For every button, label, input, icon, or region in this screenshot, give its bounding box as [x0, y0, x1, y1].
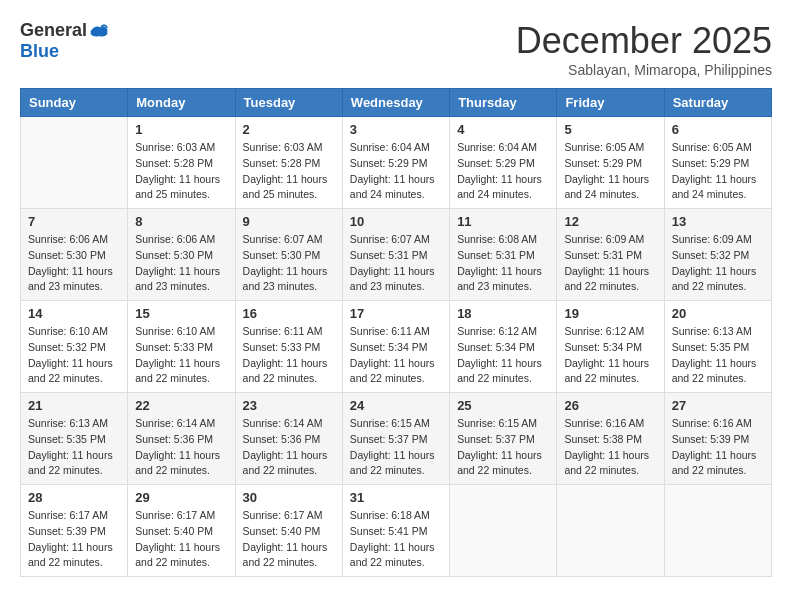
day-info: Sunrise: 6:12 AMSunset: 5:34 PMDaylight:…	[564, 324, 656, 387]
day-info: Sunrise: 6:17 AMSunset: 5:40 PMDaylight:…	[135, 508, 227, 571]
day-info: Sunrise: 6:06 AMSunset: 5:30 PMDaylight:…	[28, 232, 120, 295]
day-info: Sunrise: 6:13 AMSunset: 5:35 PMDaylight:…	[28, 416, 120, 479]
day-info: Sunrise: 6:05 AMSunset: 5:29 PMDaylight:…	[564, 140, 656, 203]
calendar-day-cell: 31Sunrise: 6:18 AMSunset: 5:41 PMDayligh…	[342, 485, 449, 577]
calendar-day-cell: 9Sunrise: 6:07 AMSunset: 5:30 PMDaylight…	[235, 209, 342, 301]
calendar-week-row: 28Sunrise: 6:17 AMSunset: 5:39 PMDayligh…	[21, 485, 772, 577]
day-number: 23	[243, 398, 335, 413]
calendar-day-cell: 15Sunrise: 6:10 AMSunset: 5:33 PMDayligh…	[128, 301, 235, 393]
calendar-day-cell: 18Sunrise: 6:12 AMSunset: 5:34 PMDayligh…	[450, 301, 557, 393]
day-info: Sunrise: 6:14 AMSunset: 5:36 PMDaylight:…	[243, 416, 335, 479]
day-info: Sunrise: 6:18 AMSunset: 5:41 PMDaylight:…	[350, 508, 442, 571]
day-info: Sunrise: 6:13 AMSunset: 5:35 PMDaylight:…	[672, 324, 764, 387]
day-number: 18	[457, 306, 549, 321]
day-number: 5	[564, 122, 656, 137]
calendar-day-cell: 29Sunrise: 6:17 AMSunset: 5:40 PMDayligh…	[128, 485, 235, 577]
day-number: 29	[135, 490, 227, 505]
calendar-day-cell: 24Sunrise: 6:15 AMSunset: 5:37 PMDayligh…	[342, 393, 449, 485]
day-info: Sunrise: 6:03 AMSunset: 5:28 PMDaylight:…	[135, 140, 227, 203]
day-number: 7	[28, 214, 120, 229]
day-info: Sunrise: 6:12 AMSunset: 5:34 PMDaylight:…	[457, 324, 549, 387]
calendar-day-cell: 11Sunrise: 6:08 AMSunset: 5:31 PMDayligh…	[450, 209, 557, 301]
calendar-day-cell: 30Sunrise: 6:17 AMSunset: 5:40 PMDayligh…	[235, 485, 342, 577]
day-info: Sunrise: 6:10 AMSunset: 5:32 PMDaylight:…	[28, 324, 120, 387]
day-info: Sunrise: 6:09 AMSunset: 5:32 PMDaylight:…	[672, 232, 764, 295]
calendar-day-header: Saturday	[664, 89, 771, 117]
calendar-day-cell: 16Sunrise: 6:11 AMSunset: 5:33 PMDayligh…	[235, 301, 342, 393]
calendar-day-cell: 1Sunrise: 6:03 AMSunset: 5:28 PMDaylight…	[128, 117, 235, 209]
calendar-week-row: 14Sunrise: 6:10 AMSunset: 5:32 PMDayligh…	[21, 301, 772, 393]
day-number: 8	[135, 214, 227, 229]
calendar-day-header: Wednesday	[342, 89, 449, 117]
day-number: 31	[350, 490, 442, 505]
day-info: Sunrise: 6:10 AMSunset: 5:33 PMDaylight:…	[135, 324, 227, 387]
day-number: 9	[243, 214, 335, 229]
calendar-day-cell: 25Sunrise: 6:15 AMSunset: 5:37 PMDayligh…	[450, 393, 557, 485]
day-info: Sunrise: 6:09 AMSunset: 5:31 PMDaylight:…	[564, 232, 656, 295]
calendar-day-cell: 21Sunrise: 6:13 AMSunset: 5:35 PMDayligh…	[21, 393, 128, 485]
calendar-day-cell: 17Sunrise: 6:11 AMSunset: 5:34 PMDayligh…	[342, 301, 449, 393]
calendar-day-cell: 23Sunrise: 6:14 AMSunset: 5:36 PMDayligh…	[235, 393, 342, 485]
day-number: 26	[564, 398, 656, 413]
day-number: 3	[350, 122, 442, 137]
day-info: Sunrise: 6:17 AMSunset: 5:39 PMDaylight:…	[28, 508, 120, 571]
calendar-day-cell: 3Sunrise: 6:04 AMSunset: 5:29 PMDaylight…	[342, 117, 449, 209]
calendar-day-cell: 19Sunrise: 6:12 AMSunset: 5:34 PMDayligh…	[557, 301, 664, 393]
calendar-day-cell: 20Sunrise: 6:13 AMSunset: 5:35 PMDayligh…	[664, 301, 771, 393]
day-info: Sunrise: 6:11 AMSunset: 5:33 PMDaylight:…	[243, 324, 335, 387]
day-info: Sunrise: 6:15 AMSunset: 5:37 PMDaylight:…	[457, 416, 549, 479]
calendar-day-cell: 4Sunrise: 6:04 AMSunset: 5:29 PMDaylight…	[450, 117, 557, 209]
calendar-day-cell: 22Sunrise: 6:14 AMSunset: 5:36 PMDayligh…	[128, 393, 235, 485]
day-number: 20	[672, 306, 764, 321]
logo-blue-text: Blue	[20, 41, 59, 62]
day-number: 14	[28, 306, 120, 321]
day-number: 10	[350, 214, 442, 229]
calendar-day-cell: 26Sunrise: 6:16 AMSunset: 5:38 PMDayligh…	[557, 393, 664, 485]
day-info: Sunrise: 6:16 AMSunset: 5:39 PMDaylight:…	[672, 416, 764, 479]
day-number: 25	[457, 398, 549, 413]
day-number: 1	[135, 122, 227, 137]
day-number: 28	[28, 490, 120, 505]
day-number: 15	[135, 306, 227, 321]
day-number: 27	[672, 398, 764, 413]
calendar-day-cell: 5Sunrise: 6:05 AMSunset: 5:29 PMDaylight…	[557, 117, 664, 209]
day-number: 19	[564, 306, 656, 321]
title-section: December 2025 Sablayan, Mimaropa, Philip…	[516, 20, 772, 78]
day-info: Sunrise: 6:07 AMSunset: 5:30 PMDaylight:…	[243, 232, 335, 295]
day-number: 4	[457, 122, 549, 137]
calendar-day-cell: 14Sunrise: 6:10 AMSunset: 5:32 PMDayligh…	[21, 301, 128, 393]
calendar-day-header: Friday	[557, 89, 664, 117]
logo: General Blue	[20, 20, 109, 62]
calendar-day-cell: 13Sunrise: 6:09 AMSunset: 5:32 PMDayligh…	[664, 209, 771, 301]
calendar-week-row: 7Sunrise: 6:06 AMSunset: 5:30 PMDaylight…	[21, 209, 772, 301]
calendar-day-cell: 28Sunrise: 6:17 AMSunset: 5:39 PMDayligh…	[21, 485, 128, 577]
calendar-day-cell: 2Sunrise: 6:03 AMSunset: 5:28 PMDaylight…	[235, 117, 342, 209]
day-number: 16	[243, 306, 335, 321]
day-info: Sunrise: 6:08 AMSunset: 5:31 PMDaylight:…	[457, 232, 549, 295]
calendar-day-cell: 6Sunrise: 6:05 AMSunset: 5:29 PMDaylight…	[664, 117, 771, 209]
calendar-day-header: Tuesday	[235, 89, 342, 117]
day-number: 22	[135, 398, 227, 413]
day-info: Sunrise: 6:03 AMSunset: 5:28 PMDaylight:…	[243, 140, 335, 203]
calendar-day-header: Thursday	[450, 89, 557, 117]
location-subtitle: Sablayan, Mimaropa, Philippines	[516, 62, 772, 78]
day-info: Sunrise: 6:16 AMSunset: 5:38 PMDaylight:…	[564, 416, 656, 479]
calendar-day-header: Sunday	[21, 89, 128, 117]
calendar-day-cell: 10Sunrise: 6:07 AMSunset: 5:31 PMDayligh…	[342, 209, 449, 301]
calendar-day-cell: 7Sunrise: 6:06 AMSunset: 5:30 PMDaylight…	[21, 209, 128, 301]
day-number: 24	[350, 398, 442, 413]
day-info: Sunrise: 6:07 AMSunset: 5:31 PMDaylight:…	[350, 232, 442, 295]
day-number: 11	[457, 214, 549, 229]
day-number: 30	[243, 490, 335, 505]
calendar-day-cell	[664, 485, 771, 577]
calendar-day-cell: 27Sunrise: 6:16 AMSunset: 5:39 PMDayligh…	[664, 393, 771, 485]
logo-general-text: General	[20, 20, 87, 41]
calendar-day-cell	[450, 485, 557, 577]
calendar-day-header: Monday	[128, 89, 235, 117]
day-number: 2	[243, 122, 335, 137]
calendar-header-row: SundayMondayTuesdayWednesdayThursdayFrid…	[21, 89, 772, 117]
day-info: Sunrise: 6:04 AMSunset: 5:29 PMDaylight:…	[457, 140, 549, 203]
day-info: Sunrise: 6:05 AMSunset: 5:29 PMDaylight:…	[672, 140, 764, 203]
day-number: 12	[564, 214, 656, 229]
day-info: Sunrise: 6:04 AMSunset: 5:29 PMDaylight:…	[350, 140, 442, 203]
